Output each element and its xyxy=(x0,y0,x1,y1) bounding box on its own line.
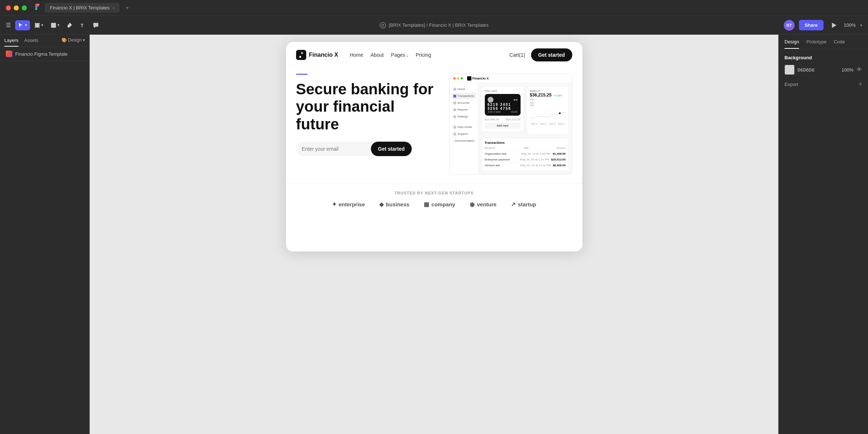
brand-startup-label: startup xyxy=(518,201,536,207)
canvas: Financio X Home About Pages Pricing Cart… xyxy=(90,35,778,434)
layer-item[interactable]: Financio Figma Template xyxy=(0,47,89,61)
card-label: Your card xyxy=(485,89,521,93)
nav-about[interactable]: About xyxy=(371,52,384,58)
export-row: Export + xyxy=(784,81,862,88)
card-name-row: John Carter 02/30 xyxy=(488,111,518,113)
browser-tab[interactable]: Financio X | BRIX Templates × xyxy=(45,3,120,13)
visibility-icon[interactable]: 👁 xyxy=(856,66,862,73)
hero-cta: Get started xyxy=(296,142,412,156)
pen-tool[interactable] xyxy=(64,20,76,30)
brand-list: ✦ enterprise ◆ business ▦ company ◉ vent… xyxy=(296,201,572,208)
share-button[interactable]: Share xyxy=(799,20,824,30)
nav-right: Cart(1) Get started xyxy=(509,48,572,61)
panel-divider xyxy=(0,61,89,61)
minimize-button[interactable] xyxy=(14,5,19,10)
sidebar-item-help[interactable]: Help center xyxy=(452,124,476,130)
design-tab-btn[interactable]: 🎨 Design ▾ xyxy=(61,38,85,47)
new-tab-button[interactable]: + xyxy=(125,5,129,11)
right-panel-tabs: Design Prototype Code xyxy=(779,35,868,49)
nav-logo-icon xyxy=(296,50,306,60)
zoom-level[interactable]: 100% xyxy=(844,22,856,28)
enterprise-icon: ✦ xyxy=(332,201,337,208)
card-amount-2: $34,215.30 xyxy=(506,118,520,121)
col-date: Date xyxy=(523,147,529,149)
shape-tool[interactable]: ▾ xyxy=(48,20,63,30)
nav-pages[interactable]: Pages xyxy=(391,52,408,58)
select-tool[interactable]: ▾ xyxy=(15,20,30,30)
card-type: ◉◉ xyxy=(513,98,518,101)
brand-business-label: business xyxy=(386,201,409,207)
tab-title: Financio X | BRIX Templates xyxy=(50,5,110,10)
brand-enterprise-label: enterprise xyxy=(339,201,365,207)
nav-cta-button[interactable]: Get started xyxy=(531,48,572,61)
toolbar-center: [BRIX Templates] / Financio X | BRIX Tem… xyxy=(291,22,577,29)
tx-name-3: Venture ads xyxy=(485,164,519,167)
comment-tool[interactable] xyxy=(90,20,102,30)
tab-close-icon[interactable]: × xyxy=(112,6,115,10)
export-add-icon[interactable]: + xyxy=(858,81,862,88)
sidebar-item-home[interactable]: Home xyxy=(452,86,476,92)
color-swatch[interactable] xyxy=(784,65,795,75)
col-amount: Amount xyxy=(557,147,565,149)
venture-icon: ◉ xyxy=(470,201,475,208)
app-close-dot xyxy=(453,77,456,80)
close-button[interactable] xyxy=(6,5,11,10)
trusted-section: TRUSTED BY NEXT-GEN STARTUPS ✦ enterpris… xyxy=(286,183,582,215)
nav-home[interactable]: Home xyxy=(350,52,363,58)
app-main: Your card ◉◉ 6219 2401 3256 4758 xyxy=(479,83,572,174)
play-button[interactable] xyxy=(828,20,839,30)
svg-rect-0 xyxy=(35,23,39,27)
maximize-button[interactable] xyxy=(22,5,27,10)
toolbar: ☰ ▾ ▾ ▾ T xyxy=(0,16,868,35)
sidebar-item-reports[interactable]: Reports xyxy=(452,107,476,113)
nav-cart[interactable]: Cart(1) xyxy=(509,52,525,58)
sidebar-item-transactions[interactable]: Transactions xyxy=(452,93,476,99)
card-amount-1: $10,586.34 xyxy=(485,118,499,121)
menu-icon[interactable]: ☰ xyxy=(6,22,11,29)
sidebar-item-docs[interactable]: Documentation xyxy=(452,138,476,144)
tab-prototype[interactable]: Prototype xyxy=(806,39,826,49)
startup-icon: ↗ xyxy=(511,201,516,208)
balance-widget: Balance $36,215.25 +5.88% 50k xyxy=(527,86,569,135)
svg-point-15 xyxy=(380,22,386,28)
brand-company-label: company xyxy=(431,201,455,207)
hero-cta-button[interactable]: Get started xyxy=(371,142,412,156)
traffic-lights xyxy=(6,5,27,10)
avatar[interactable]: BT xyxy=(784,20,795,31)
sidebar-item-support[interactable]: Support xyxy=(452,131,476,137)
toolbar-right: BT Share 100% ▾ xyxy=(577,20,862,31)
sidebar-item-settings[interactable]: Settings xyxy=(452,113,476,120)
color-opacity-value: 100% xyxy=(842,67,854,73)
app-sidebar: Home Transactions Accounts xyxy=(450,83,479,174)
tx-name-1: Organization ads xyxy=(485,152,519,155)
app-logo: Financio X xyxy=(467,76,489,81)
email-input[interactable] xyxy=(296,142,371,156)
nav-logo-text: Financio X xyxy=(309,52,338,58)
app-max-dot xyxy=(461,77,463,80)
app-min-dot xyxy=(457,77,459,80)
add-card-button[interactable]: Add card xyxy=(485,123,521,129)
zoom-chevron[interactable]: ▾ xyxy=(860,23,862,28)
card-number: 6219 2401 3256 4758 xyxy=(488,103,518,111)
frame-nav: Financio X Home About Pages Pricing Cart… xyxy=(286,42,582,68)
tx-amount-3: $8,408.59 xyxy=(553,164,566,167)
tab-assets[interactable]: Assets xyxy=(24,38,38,47)
text-tool[interactable]: T xyxy=(77,20,89,30)
frame-tool[interactable]: ▾ xyxy=(31,20,46,30)
chip-icon xyxy=(488,97,493,103)
sidebar-item-accounts[interactable]: Accounts xyxy=(452,100,476,106)
chart-label-40k: 40k xyxy=(530,102,566,104)
svg-point-18 xyxy=(559,112,561,114)
figma-icon xyxy=(34,4,40,12)
export-label: Export xyxy=(784,82,798,87)
svg-marker-17 xyxy=(832,23,836,27)
col-recipient: Recipient xyxy=(485,147,495,149)
tab-design[interactable]: Design xyxy=(784,39,799,49)
card-widget: Your card ◉◉ 6219 2401 3256 4758 xyxy=(482,86,524,132)
nav-pricing[interactable]: Pricing xyxy=(416,52,431,58)
help-icon xyxy=(453,126,456,129)
tab-layers[interactable]: Layers xyxy=(4,38,18,47)
titlebar: Financio X | BRIX Templates × + xyxy=(0,0,868,16)
tx-date-3: May 23, 24 at 10:18 PM xyxy=(519,164,553,167)
tab-code[interactable]: Code xyxy=(834,39,845,49)
